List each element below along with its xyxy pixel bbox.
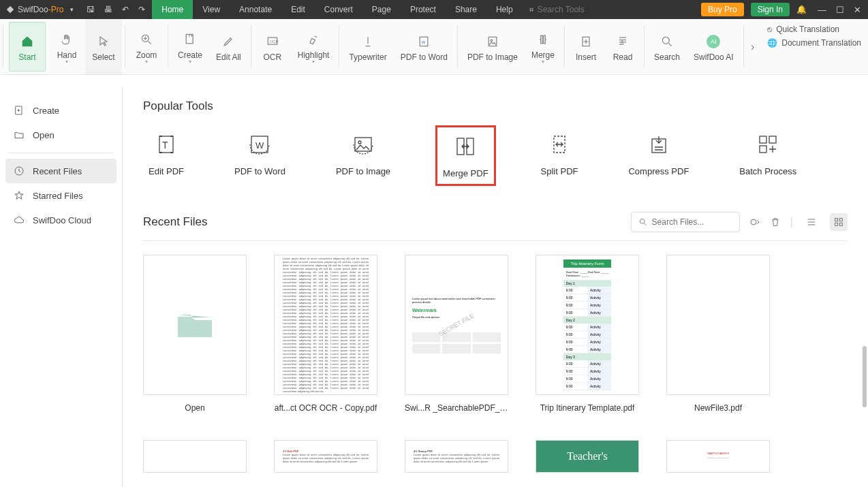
tool-pdf-to-word[interactable]: WPDF to Word — [229, 125, 291, 186]
sidebar-starred-files[interactable]: Starred Files — [5, 183, 117, 208]
ribbon-ocr[interactable]: OCROCR — [254, 19, 291, 74]
clock-icon — [14, 166, 25, 176]
sidebar-cloud[interactable]: SwifDoo Cloud — [5, 208, 117, 232]
undo-icon[interactable]: ↶ — [122, 5, 129, 14]
ribbon-merge[interactable]: Merge▾ — [525, 19, 561, 74]
maximize-icon[interactable]: ☐ — [836, 5, 844, 15]
menu-annotate[interactable]: Annotate — [230, 0, 281, 19]
menu-help[interactable]: Help — [486, 0, 523, 19]
ribbon-select[interactable]: Select — [85, 19, 122, 74]
file-thumb: 4.6 Stamp PDFLorem ipsum dolor sit amet … — [405, 440, 508, 473]
ocr-icon: OCR — [266, 35, 279, 48]
tool-compress-pdf[interactable]: Compress PDF — [623, 125, 694, 186]
ribbon-scroll-right[interactable]: › — [747, 19, 759, 74]
svg-point-10 — [662, 37, 669, 44]
buy-pro-button[interactable]: Buy Pro — [701, 3, 744, 16]
recent-files-title: Recent Files — [143, 215, 207, 229]
quick-translation-icon: ⎋ — [767, 25, 772, 34]
search-files-box[interactable] — [631, 212, 740, 232]
tool-icon — [453, 134, 478, 159]
file-card[interactable]: Lorem ipsum dolor sit amet consectetur a… — [274, 255, 377, 413]
ribbon-pdf2word[interactable]: WPDF to Word — [394, 19, 454, 74]
tool-edit-pdf[interactable]: TEdit PDF — [143, 125, 189, 186]
view-history-icon[interactable] — [749, 217, 760, 227]
ribbon-hand[interactable]: Hand▾ — [48, 19, 85, 74]
app-suffix: -Pro — [48, 5, 64, 14]
file-card[interactable]: NewFile3.pdf — [666, 255, 770, 413]
ribbon-create[interactable]: Create▾ — [171, 19, 209, 74]
ribbon-highlight[interactable]: Highlight▾ — [291, 19, 337, 74]
menu-view[interactable]: View — [193, 0, 230, 19]
titlebar-right: Buy Pro Sign In 🔔 — [697, 3, 811, 16]
svg-rect-24 — [769, 136, 776, 143]
tool-pdf-to-image[interactable]: PDF to Image — [330, 125, 396, 186]
ribbon-zoom[interactable]: Zoom▾ — [128, 19, 165, 74]
app-name: SwifDoo — [18, 5, 48, 14]
svg-rect-23 — [760, 136, 766, 143]
menu-page[interactable]: Page — [362, 0, 401, 19]
app-dropdown-icon[interactable]: ▼ — [69, 7, 74, 13]
text-thumb: Lorem ipsum dolor sit amet consectetur a… — [275, 255, 377, 395]
search-tools[interactable]: ⌗ — [523, 5, 697, 14]
menu-convert[interactable]: Convert — [315, 0, 362, 19]
file-card[interactable]: SAMPLESAMPLE — [666, 440, 770, 473]
tool-split-pdf[interactable]: Split PDF — [536, 125, 584, 186]
search-icon — [660, 35, 674, 48]
sidebar-recent-files[interactable]: Recent Files — [5, 159, 117, 183]
file-name: Swi...R _SearchablePDF_.pdf — [405, 403, 508, 413]
file-card[interactable]: Teacher's — [536, 440, 639, 473]
svg-rect-28 — [835, 219, 838, 221]
delete-icon[interactable] — [770, 217, 781, 227]
print-icon[interactable]: 🖶 — [104, 5, 112, 14]
search-icon — [638, 217, 648, 227]
file-name: Trip Itinerary Template.pdf — [540, 403, 635, 413]
search-files-input[interactable] — [652, 217, 732, 227]
file-card[interactable] — [143, 440, 247, 473]
ribbon-search[interactable]: Search — [647, 19, 687, 74]
ribbon-ai[interactable]: AISwifDoo AI — [687, 19, 741, 74]
ribbon-typewriter[interactable]: Typewriter — [342, 19, 393, 74]
bell-icon[interactable]: 🔔 — [796, 5, 807, 14]
sign-in-button[interactable]: Sign In — [751, 3, 790, 16]
menu-protect[interactable]: Protect — [401, 0, 446, 19]
ribbon-editall[interactable]: Edit All — [209, 19, 248, 74]
document-translation-button[interactable]: 🌐Document Translation — [767, 38, 861, 48]
svg-point-27 — [751, 219, 756, 225]
svg-rect-29 — [839, 219, 842, 221]
menu-home[interactable]: Home — [152, 0, 193, 19]
file-thumb: Lorem ipsum dolor sit amet consectetur a… — [274, 255, 377, 395]
file-thumb — [666, 255, 770, 395]
quick-translation-button[interactable]: ⎋Quick Translation — [767, 25, 861, 34]
popular-tools: TEdit PDFWPDF to WordPDF to ImageMerge P… — [143, 125, 848, 186]
file-card[interactable]: Open — [143, 255, 247, 413]
ribbon-insert[interactable]: Insert — [568, 19, 604, 74]
menu-edit[interactable]: Edit — [281, 0, 315, 19]
tool-icon: W — [247, 132, 272, 157]
menu-share[interactable]: Share — [446, 0, 486, 19]
file-card[interactable]: Trip Itinerary FormStart Date: _____ End… — [536, 255, 639, 413]
ribbon-pdf2img[interactable]: PDF to Image — [461, 19, 525, 74]
file-card[interactable]: 3.5 Edit PDFLorem ipsum dolor sit amet c… — [274, 440, 377, 473]
tool-merge-pdf[interactable]: Merge PDF — [435, 125, 495, 186]
close-icon[interactable]: ✕ — [854, 5, 861, 15]
save-icon[interactable]: 🖫 — [87, 5, 95, 14]
file-card[interactable]: 4.6 Stamp PDFLorem ipsum dolor sit amet … — [405, 440, 508, 473]
star-icon — [14, 190, 25, 201]
sidebar-create[interactable]: Create — [5, 98, 117, 123]
open-icon — [14, 129, 25, 140]
typewriter-icon — [361, 35, 375, 48]
sidebar-open[interactable]: Open — [5, 123, 117, 147]
select-icon — [97, 35, 110, 48]
search-tools-input[interactable] — [538, 5, 613, 14]
grid-view-button[interactable] — [830, 213, 848, 231]
tool-batch-process[interactable]: Batch Process — [734, 125, 802, 186]
redo-icon[interactable]: ↷ — [138, 5, 145, 14]
sidebar: Create Open Recent Files Starred Files S… — [0, 87, 123, 487]
ribbon-read[interactable]: ARead — [604, 19, 641, 74]
scrollbar-thumb[interactable] — [863, 346, 867, 407]
ribbon-start[interactable]: Start — [9, 22, 46, 72]
minimize-icon[interactable]: — — [818, 5, 826, 15]
list-view-button[interactable] — [803, 213, 820, 231]
create-icon — [14, 105, 25, 116]
file-card[interactable]: Lorem ipsum text about watermarks and se… — [405, 255, 508, 413]
